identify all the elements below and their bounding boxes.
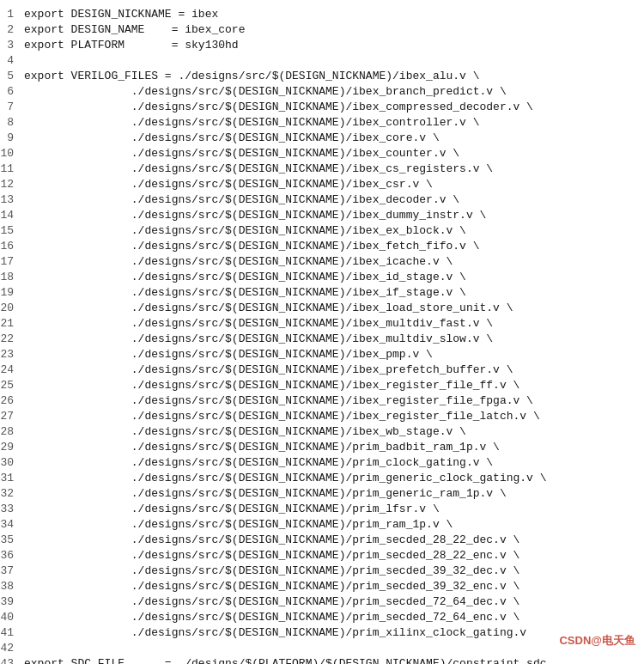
line-content: ./designs/src/$(DESIGN_NICKNAME)/ibex_co… [24,115,637,131]
line-content: ./designs/src/$(DESIGN_NICKNAME)/ibex_pm… [24,347,637,362]
line-number: 32 [0,486,24,502]
code-line: 23 ./designs/src/$(DESIGN_NICKNAME)/ibex… [0,347,644,362]
line-number: 3 [0,38,24,53]
line-content: ./designs/src/$(DESIGN_NICKNAME)/ibex_pr… [24,362,637,378]
line-content: ./designs/src/$(DESIGN_NICKNAME)/ibex_mu… [24,332,637,347]
line-content: ./designs/src/$(DESIGN_NICKNAME)/ibex_de… [24,192,637,208]
line-content: ./designs/src/$(DESIGN_NICKNAME)/ibex_re… [24,393,637,409]
line-number: 12 [0,177,24,192]
line-content: ./designs/src/$(DESIGN_NICKNAME)/prim_se… [24,610,637,625]
code-line: 30 ./designs/src/$(DESIGN_NICKNAME)/prim… [0,455,644,471]
line-content: ./designs/src/$(DESIGN_NICKNAME)/prim_se… [24,579,637,594]
line-content: ./designs/src/$(DESIGN_NICKNAME)/prim_xi… [24,625,637,641]
code-line: 9 ./designs/src/$(DESIGN_NICKNAME)/ibex_… [0,131,644,146]
code-line: 18 ./designs/src/$(DESIGN_NICKNAME)/ibex… [0,270,644,285]
line-number: 9 [0,131,24,146]
line-number: 25 [0,378,24,393]
code-line: 26 ./designs/src/$(DESIGN_NICKNAME)/ibex… [0,393,644,409]
line-number: 39 [0,594,24,610]
line-number: 31 [0,471,24,486]
line-number: 38 [0,579,24,594]
line-content: ./designs/src/$(DESIGN_NICKNAME)/ibex_ex… [24,223,637,239]
line-number: 37 [0,563,24,579]
line-number: 18 [0,270,24,285]
line-content: ./designs/src/$(DESIGN_NICKNAME)/prim_ge… [24,471,637,486]
code-line: 27 ./designs/src/$(DESIGN_NICKNAME)/ibex… [0,409,644,424]
line-content: ./designs/src/$(DESIGN_NICKNAME)/ibex_mu… [24,316,637,332]
line-number: 2 [0,22,24,38]
code-line: 32 ./designs/src/$(DESIGN_NICKNAME)/prim… [0,486,644,502]
code-line: 5export VERILOG_FILES = ./designs/src/$(… [0,69,644,84]
line-content: export SDC_FILE = ./designs/$(PLATFORM)/… [24,656,637,664]
code-line: 22 ./designs/src/$(DESIGN_NICKNAME)/ibex… [0,332,644,347]
code-line: 7 ./designs/src/$(DESIGN_NICKNAME)/ibex_… [0,100,644,115]
line-number: 10 [0,146,24,161]
line-number: 36 [0,548,24,563]
line-content: ./designs/src/$(DESIGN_NICKNAME)/prim_ba… [24,440,637,455]
code-line: 4 [0,53,644,69]
code-line: 12 ./designs/src/$(DESIGN_NICKNAME)/ibex… [0,177,644,192]
line-content: ./designs/src/$(DESIGN_NICKNAME)/prim_ge… [24,486,637,502]
code-line: 2export DESIGN_NAME = ibex_core [0,22,644,38]
line-content: ./designs/src/$(DESIGN_NICKNAME)/ibex_co… [24,146,637,161]
line-content: export VERILOG_FILES = ./designs/src/$(D… [24,69,637,84]
code-line: 42 [0,641,644,656]
line-content: ./designs/src/$(DESIGN_NICKNAME)/prim_se… [24,533,637,548]
line-content: export DESIGN_NAME = ibex_core [24,22,637,38]
code-line: 19 ./designs/src/$(DESIGN_NICKNAME)/ibex… [0,285,644,301]
line-content: ./designs/src/$(DESIGN_NICKNAME)/ibex_co… [24,100,637,115]
line-number: 41 [0,625,24,641]
line-content: export PLATFORM = sky130hd [24,38,637,53]
watermark: CSDN@电天鱼 [559,633,635,649]
code-line: 38 ./designs/src/$(DESIGN_NICKNAME)/prim… [0,579,644,594]
line-content: ./designs/src/$(DESIGN_NICKNAME)/ibex_re… [24,409,637,424]
code-line: 33 ./designs/src/$(DESIGN_NICKNAME)/prim… [0,502,644,517]
code-line: 13 ./designs/src/$(DESIGN_NICKNAME)/ibex… [0,192,644,208]
line-number: 15 [0,223,24,239]
line-content: ./designs/src/$(DESIGN_NICKNAME)/ibex_re… [24,378,637,393]
line-content: export DESIGN_NICKNAME = ibex [24,7,637,22]
line-number: 22 [0,332,24,347]
code-line: 37 ./designs/src/$(DESIGN_NICKNAME)/prim… [0,563,644,579]
code-line: 6 ./designs/src/$(DESIGN_NICKNAME)/ibex_… [0,84,644,100]
line-content: ./designs/src/$(DESIGN_NICKNAME)/prim_se… [24,563,637,579]
line-content: ./designs/src/$(DESIGN_NICKNAME)/ibex_cs… [24,161,637,177]
line-number: 26 [0,393,24,409]
line-content: ./designs/src/$(DESIGN_NICKNAME)/prim_ra… [24,517,637,533]
code-line: 28 ./designs/src/$(DESIGN_NICKNAME)/ibex… [0,424,644,440]
line-number: 30 [0,455,24,471]
line-number: 43 [0,656,24,664]
line-number: 4 [0,53,24,69]
line-content: ./designs/src/$(DESIGN_NICKNAME)/ibex_du… [24,208,637,223]
line-number: 20 [0,301,24,316]
line-content: ./designs/src/$(DESIGN_NICKNAME)/ibex_fe… [24,239,637,254]
code-line: 25 ./designs/src/$(DESIGN_NICKNAME)/ibex… [0,378,644,393]
line-number: 34 [0,517,24,533]
code-line: 21 ./designs/src/$(DESIGN_NICKNAME)/ibex… [0,316,644,332]
line-number: 40 [0,610,24,625]
line-content: ./designs/src/$(DESIGN_NICKNAME)/ibex_co… [24,131,637,146]
line-number: 7 [0,100,24,115]
code-line: 39 ./designs/src/$(DESIGN_NICKNAME)/prim… [0,594,644,610]
line-number: 17 [0,254,24,270]
code-line: 36 ./designs/src/$(DESIGN_NICKNAME)/prim… [0,548,644,563]
line-content: ./designs/src/$(DESIGN_NICKNAME)/ibex_cs… [24,177,637,192]
line-number: 42 [0,641,24,656]
code-line: 16 ./designs/src/$(DESIGN_NICKNAME)/ibex… [0,239,644,254]
line-content: ./designs/src/$(DESIGN_NICKNAME)/prim_lf… [24,502,637,517]
code-line: 41 ./designs/src/$(DESIGN_NICKNAME)/prim… [0,625,644,641]
line-number: 33 [0,502,24,517]
line-number: 27 [0,409,24,424]
line-number: 14 [0,208,24,223]
line-content: ./designs/src/$(DESIGN_NICKNAME)/ibex_br… [24,84,637,100]
code-line: 34 ./designs/src/$(DESIGN_NICKNAME)/prim… [0,517,644,533]
line-content: ./designs/src/$(DESIGN_NICKNAME)/prim_se… [24,548,637,563]
code-line: 14 ./designs/src/$(DESIGN_NICKNAME)/ibex… [0,208,644,223]
line-number: 16 [0,239,24,254]
code-line: 43export SDC_FILE = ./designs/$(PLATFORM… [0,656,644,664]
line-number: 13 [0,192,24,208]
line-number: 5 [0,69,24,84]
line-number: 23 [0,347,24,362]
code-line: 11 ./designs/src/$(DESIGN_NICKNAME)/ibex… [0,161,644,177]
code-line: 8 ./designs/src/$(DESIGN_NICKNAME)/ibex_… [0,115,644,131]
